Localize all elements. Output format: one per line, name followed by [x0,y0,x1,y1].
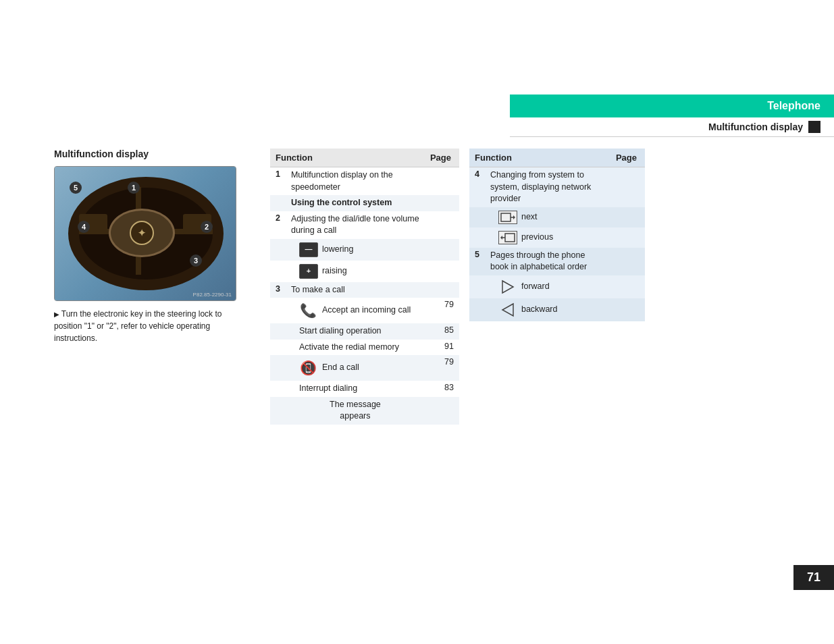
sw-label-4: 4 [78,221,90,233]
caption-text: Turn the electronic key in the steering … [54,308,236,344]
forward-icon [498,279,517,295]
col-header-page-right: Page [610,149,645,167]
table-row: + raising [270,261,459,282]
table-row: 1 Multifunction display on the speedomet… [270,167,459,196]
image-reference: P82.85-2290-31 [193,292,232,298]
table-row: 4 Changing from system to system, displa… [469,167,645,207]
table-row: forward [469,275,645,298]
svg-marker-4 [500,236,502,240]
left-panel: Multifunction display ✦ 1 2 3 4 5 P82. [54,149,257,425]
svg-marker-7 [502,304,513,316]
header-title-row: Telephone [510,95,834,117]
svg-marker-2 [513,215,515,219]
sw-label-1: 1 [128,182,140,194]
table-row: previous [469,227,645,248]
sw-label-3: 3 [190,254,202,267]
icon-row-plus: + raising [299,264,419,279]
function-table-right: Function Page 4 Changing from system to … [469,149,645,321]
page-number: 71 [793,565,834,590]
function-table-left: Function Page 1 Multifunction display on… [270,149,459,425]
col-header-function: Function [270,149,425,167]
middle-table: Function Page 1 Multifunction display on… [270,149,459,425]
table-row: The messageappears [270,397,459,425]
table-row: backward [469,298,645,321]
phone-end-icon: 📵 [299,358,318,377]
table-row: 3 To make a call [270,282,459,298]
minus-icon: — [299,242,318,257]
col-header-page: Page [425,149,459,167]
table-row: 5 Pages through the phone book in alphab… [469,248,645,275]
icon-row-forward: forward [498,279,605,295]
svg-rect-5 [505,234,515,242]
svg-marker-6 [502,281,513,293]
table-row: 2 Adjusting the dial/idle tone volume du… [270,211,459,239]
table-row: Start dialing operation 85 [270,323,459,340]
table-row: Interrupt dialing 83 [270,381,459,397]
backward-icon [498,302,517,318]
plus-icon: + [299,264,318,279]
section-title: Multifunction display [54,149,257,159]
section-marker [808,121,820,133]
header-title: Telephone [767,100,820,111]
table-row: Activate the redial memory 91 [270,340,459,356]
svg-rect-0 [501,213,511,221]
prev-icon [498,231,517,244]
icon-row-next: next [498,211,605,224]
right-table: Function Page 4 Changing from system to … [469,149,645,425]
icon-row-minus: — lowering [299,242,419,257]
header-bar: Telephone Multifunction display [510,95,834,137]
table-row: 📞 Accept an incoming call 79 [270,298,459,323]
table-row: — lowering [270,239,459,261]
icon-row-prev: previous [498,231,605,244]
phone-accept-icon: 📞 [299,301,318,320]
main-content: Multifunction display ✦ 1 2 3 4 5 P82. [54,149,807,425]
icon-row-end: 📵 End a call [299,358,419,377]
table-row: 📵 End a call 79 [270,355,459,381]
table-row: Using the control system [270,195,459,211]
sw-label-2: 2 [201,221,213,233]
header-subtitle: Multifunction display [708,122,803,132]
icon-row-accept: 📞 Accept an incoming call [299,301,419,320]
next-icon [498,211,517,224]
table-row: next [469,207,645,227]
header-subtitle-row: Multifunction display [510,117,834,137]
steering-wheel-image: ✦ 1 2 3 4 5 P82.85-2290-31 [54,166,236,301]
sw-label-5: 5 [70,182,82,194]
icon-row-backward: backward [498,302,605,318]
col-header-function-right: Function [469,149,610,167]
